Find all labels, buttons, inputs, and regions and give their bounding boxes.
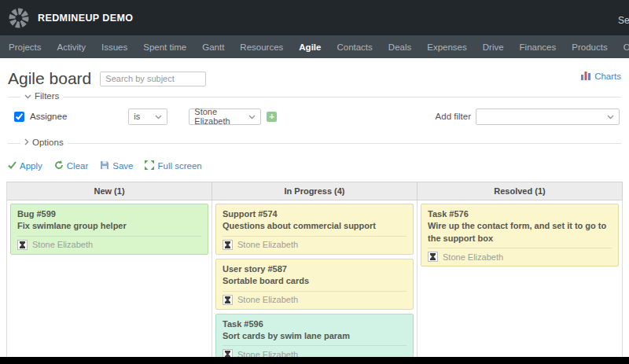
- issue-card[interactable]: Task #576Wire up the contact form, and s…: [421, 204, 619, 267]
- board: New (1)In Progress (4)Resolved (1)Bug #5…: [6, 182, 623, 364]
- nav-item-spent-time[interactable]: Spent time: [143, 42, 186, 52]
- issue-card[interactable]: Support #574Questions about commercial s…: [215, 204, 414, 255]
- nav-item-deals[interactable]: Deals: [388, 42, 411, 52]
- chevron-down-icon: [155, 112, 162, 121]
- issue-footer: Stone Elizabeth: [17, 236, 201, 254]
- assignee-name: Stone Elizabeth: [32, 240, 93, 249]
- charts-link-label: Charts: [594, 72, 621, 81]
- chevron-right-icon: [24, 138, 29, 147]
- column-body-new: Bug #599Fix swimlane group helperStone E…: [7, 200, 212, 364]
- assignee-filter-row: Assignee is Stone Elizabeth + Add filter: [8, 107, 621, 126]
- options-legend[interactable]: Options: [20, 138, 68, 147]
- issue-footer: Stone Elizabeth: [223, 291, 406, 309]
- fullscreen-button[interactable]: Full screen: [145, 160, 201, 171]
- board-toolbar: Apply Clear Save: [6, 149, 623, 180]
- top-search-link[interactable]: Search: [618, 15, 629, 26]
- issue-tracker-id: Task #596: [223, 318, 406, 330]
- issue-card[interactable]: User story #587Sortable board cardsStone…: [215, 259, 414, 310]
- add-filter-group: Add filter: [436, 108, 621, 125]
- filters-section: Filters Assignee is Stone Elizabeth + Ad…: [8, 97, 621, 129]
- operator-select-value: is: [134, 112, 140, 121]
- assignee-avatar: [428, 252, 438, 262]
- issue-subject: Wire up the contact form, and set it to …: [428, 220, 612, 245]
- assignee-name: Stone Elizabeth: [443, 252, 503, 262]
- assignee-avatar: [223, 295, 233, 305]
- charts-icon: [581, 71, 591, 82]
- clear-button-label: Clear: [67, 161, 88, 171]
- filters-legend-label: Filters: [35, 91, 59, 101]
- add-filter-label: Add filter: [436, 112, 471, 121]
- options-legend-label: Options: [32, 138, 64, 147]
- assignee-avatar: [223, 240, 233, 250]
- nav-item-expenses[interactable]: Expenses: [427, 42, 467, 52]
- issue-footer: Stone Elizabeth: [223, 236, 406, 254]
- bottom-bar: [0, 357, 629, 364]
- column-header-new: New (1): [7, 182, 212, 200]
- nav-item-issues[interactable]: Issues: [101, 42, 127, 52]
- assignee-filter-checkbox[interactable]: [14, 112, 24, 122]
- assignee-filter-label: Assignee: [30, 112, 67, 121]
- save-button-label: Save: [112, 161, 133, 171]
- page-content: Agile board Charts Filters Assignee: [0, 58, 629, 364]
- nav-item-products[interactable]: Products: [572, 42, 607, 52]
- assignee-value-select-value: Stone Elizabeth: [194, 107, 248, 126]
- column-header-resolved: Resolved (1): [417, 182, 623, 200]
- chevron-down-icon: [607, 112, 614, 121]
- nav-item-agile[interactable]: Agile: [299, 42, 321, 52]
- apply-button-label: Apply: [20, 161, 42, 171]
- check-icon: [8, 161, 17, 171]
- add-filter-select[interactable]: [476, 108, 620, 125]
- nav-item-contacts[interactable]: Contacts: [337, 42, 372, 52]
- issue-tracker-id: Support #574: [223, 208, 406, 220]
- options-section: Options: [8, 143, 621, 149]
- charts-link[interactable]: Charts: [581, 71, 621, 82]
- chevron-down-icon: [248, 112, 256, 121]
- clear-button[interactable]: Clear: [54, 160, 88, 171]
- filters-legend[interactable]: Filters: [20, 91, 63, 101]
- issue-subject: Questions about commercial support: [223, 220, 406, 232]
- top-header: REDMINEUP DEMO Search: [0, 0, 629, 35]
- save-icon: [100, 160, 109, 171]
- issue-card[interactable]: Bug #599Fix swimlane group helperStone E…: [10, 204, 208, 255]
- issue-tracker-id: Bug #599: [17, 208, 201, 220]
- page-title: Agile board: [8, 69, 91, 88]
- nav-item-activity[interactable]: Activity: [57, 42, 86, 52]
- nav-item-drive[interactable]: Drive: [483, 42, 504, 52]
- nav-item-finances[interactable]: Finances: [520, 42, 557, 52]
- issue-subject: Sort cards by swim lane param: [223, 330, 406, 342]
- reload-icon: [54, 160, 64, 171]
- apply-button[interactable]: Apply: [8, 161, 42, 171]
- add-value-button[interactable]: +: [267, 112, 277, 122]
- assignee-avatar: [17, 240, 28, 250]
- issue-subject: Sortable board cards: [223, 275, 406, 287]
- chevron-down-icon: [24, 91, 31, 101]
- nav-item-projects[interactable]: Projects: [9, 42, 42, 52]
- assignee-name: Stone Elizabeth: [237, 295, 298, 304]
- title-row: Agile board Charts: [6, 58, 623, 93]
- nav-item-resources[interactable]: Resources: [240, 42, 283, 52]
- fullscreen-button-label: Full screen: [157, 161, 201, 171]
- main-nav: ProjectsActivityIssuesSpent timeGanttRes…: [0, 35, 629, 58]
- redmineup-logo-icon: [8, 7, 30, 29]
- nav-item-orders[interactable]: Orders: [623, 42, 629, 52]
- column-header-in-progress: In Progress (4): [212, 182, 417, 200]
- column-body-in-progress: Support #574Questions about commercial s…: [212, 200, 417, 364]
- issue-tracker-id: User story #587: [223, 263, 406, 275]
- operator-select[interactable]: is: [128, 108, 167, 125]
- assignee-name: Stone Elizabeth: [237, 240, 298, 249]
- issue-footer: Stone Elizabeth: [428, 248, 612, 266]
- fullscreen-icon: [145, 160, 154, 171]
- save-button[interactable]: Save: [100, 160, 133, 171]
- column-body-resolved: Task #576Wire up the contact form, and s…: [417, 200, 623, 364]
- assignee-value-select[interactable]: Stone Elizabeth: [189, 108, 261, 125]
- app-title: REDMINEUP DEMO: [38, 13, 133, 24]
- nav-item-gantt[interactable]: Gantt: [202, 42, 224, 52]
- issue-tracker-id: Task #576: [428, 208, 612, 220]
- subject-search-input[interactable]: [100, 72, 206, 86]
- issue-subject: Fix swimlane group helper: [17, 220, 201, 232]
